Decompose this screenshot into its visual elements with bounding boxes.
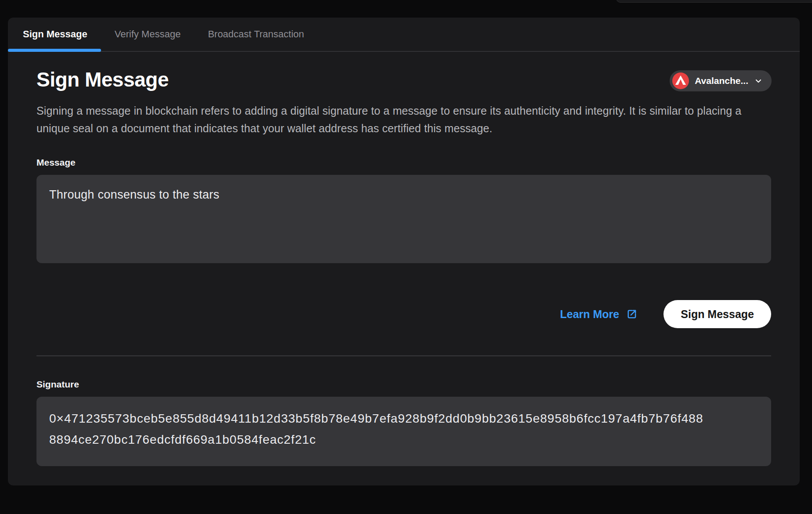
tab-bar: Sign Message Verify Message Broadcast Tr… [8,18,800,52]
tab-label: Sign Message [23,29,87,40]
learn-more-link[interactable]: Learn More [560,308,638,321]
action-row: Learn More Sign Message [36,300,771,328]
message-label: Message [36,157,771,168]
cropped-top-right-element [616,0,812,3]
tab-label: Broadcast Transaction [208,29,304,40]
panel-description: Signing a message in blockchain refers t… [36,102,771,137]
sign-message-button[interactable]: Sign Message [663,300,771,328]
sign-message-panel: Sign Message Verify Message Broadcast Tr… [8,18,800,485]
tab-label: Verify Message [115,29,181,40]
message-input[interactable]: Through consensus to the stars [36,175,771,263]
tab-sign-message[interactable]: Sign Message [8,18,101,51]
signature-label: Signature [36,379,771,390]
section-divider [36,355,771,356]
panel-content: Sign Message Signing a message in blockc… [8,68,800,466]
signature-value: 0×471235573bceb5e855d8d49411b12d33b5f8b7… [49,408,708,450]
learn-more-label: Learn More [560,308,620,321]
tab-verify-message[interactable]: Verify Message [101,18,194,51]
app-window: Sign Message Verify Message Broadcast Tr… [0,0,812,514]
active-tab-underline [8,49,101,52]
page-title: Sign Message [36,68,771,91]
external-link-icon [626,308,638,320]
signature-output: 0×471235573bceb5e855d8d49411b12d33b5f8b7… [36,397,771,466]
tab-broadcast-transaction[interactable]: Broadcast Transaction [194,18,318,51]
